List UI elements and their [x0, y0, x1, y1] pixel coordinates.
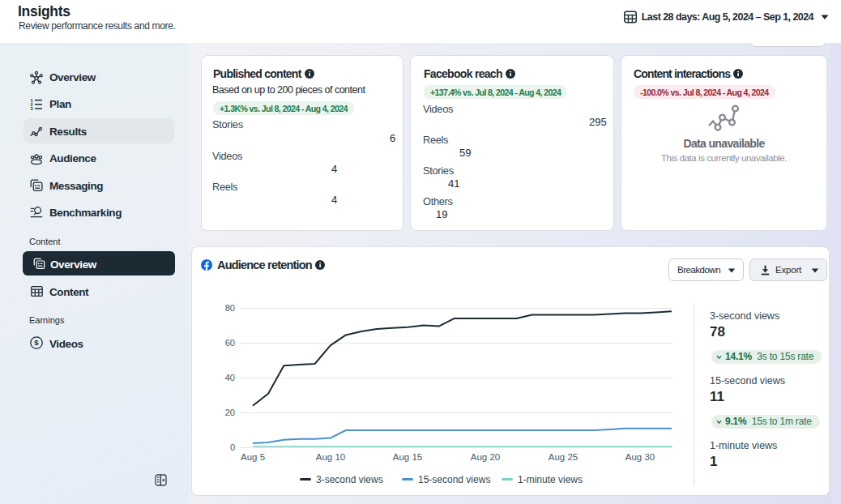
- svg-text:3: 3: [31, 106, 33, 111]
- svg-text:$: $: [34, 338, 39, 347]
